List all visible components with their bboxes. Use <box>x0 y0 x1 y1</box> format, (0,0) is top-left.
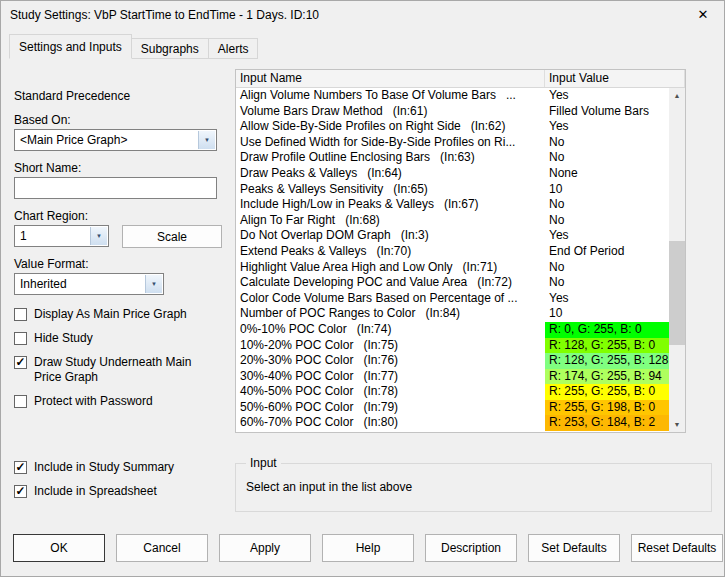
scroll-track[interactable] <box>669 103 685 417</box>
input-value-cell: Yes <box>545 291 669 307</box>
column-header-input-name[interactable]: Input Name <box>236 70 545 87</box>
input-value-cell: No <box>545 150 669 166</box>
ok-button[interactable]: OK <box>13 534 105 562</box>
input-row[interactable]: Use Defined Width for Side-By-Side Profi… <box>236 135 669 151</box>
inputs-scrollbar[interactable]: ▲ ▼ <box>669 88 685 432</box>
scroll-up-icon[interactable]: ▲ <box>669 88 685 103</box>
input-name-cell: Draw Peaks & Valleys (In:64) <box>236 166 545 182</box>
value-format-select[interactable]: Inherited ▼ <box>14 273 164 295</box>
input-value-cell: No <box>545 197 669 213</box>
scroll-down-icon[interactable]: ▼ <box>669 417 685 432</box>
chart-region-select[interactable]: 1 ▼ <box>14 225 109 247</box>
checkbox-include-in-study-summary[interactable]: ✓ <box>14 461 27 474</box>
checkbox-hide-study[interactable] <box>14 332 27 345</box>
input-row[interactable]: 20%-30% POC Color (In:76)R: 128, G: 255,… <box>236 353 669 369</box>
checkbox-label: Draw Study Underneath Main Price Graph <box>34 355 206 385</box>
inputs-list-header: Input Name Input Value <box>236 70 685 88</box>
apply-button[interactable]: Apply <box>219 534 311 562</box>
input-row[interactable]: Calculate Developing POC and Value Area … <box>236 275 669 291</box>
value-format-value: Inherited <box>20 277 67 291</box>
input-row[interactable]: Draw Peaks & Valleys (In:64)None <box>236 166 669 182</box>
input-value-cell: No <box>545 135 669 151</box>
input-row[interactable]: Highlight Value Area High and Low Only (… <box>236 260 669 276</box>
chart-region-row: 1 ▼ Scale <box>14 225 226 248</box>
set-defaults-button[interactable]: Set Defaults <box>528 534 620 562</box>
input-name-cell: Color Code Volume Bars Based on Percenta… <box>236 291 545 307</box>
input-value-cell: Yes <box>545 88 669 104</box>
checkbox-label: Display As Main Price Graph <box>34 307 187 322</box>
input-name-cell: Align To Far Right (In:68) <box>236 213 545 229</box>
scale-button[interactable]: Scale <box>122 225 222 248</box>
input-row[interactable]: Align Volume Numbers To Base Of Volume B… <box>236 88 669 104</box>
input-row[interactable]: Draw Profile Outline Enclosing Bars (In:… <box>236 150 669 166</box>
checkbox-row-include-in-spreadsheet[interactable]: ✓Include in Spreadsheet <box>14 484 226 499</box>
inputs-rows: Align Volume Numbers To Base Of Volume B… <box>236 88 669 432</box>
input-row[interactable]: Include High/Low in Peaks & Valleys (In:… <box>236 197 669 213</box>
input-value-cell: 10 <box>545 182 669 198</box>
input-row[interactable]: Align To Far Right (In:68)No <box>236 213 669 229</box>
description-button[interactable]: Description <box>425 534 517 562</box>
checkbox-label: Protect with Password <box>34 394 153 409</box>
settings-panel: Standard Precedence Based On: <Main Pric… <box>14 89 226 508</box>
input-value-cell: R: 128, G: 255, B: 0 <box>545 338 669 354</box>
tab-alerts[interactable]: Alerts <box>208 38 259 59</box>
chevron-down-icon[interactable]: ▼ <box>145 275 162 293</box>
input-name-cell: 60%-70% POC Color (In:80) <box>236 415 545 431</box>
checkbox-include-in-spreadsheet[interactable]: ✓ <box>14 485 27 498</box>
column-header-input-value[interactable]: Input Value <box>545 70 685 87</box>
input-row[interactable]: Do Not Overlap DOM Graph (In:3)Yes <box>236 228 669 244</box>
input-row[interactable]: Peaks & Valleys Sensitivity (In:65)10 <box>236 182 669 198</box>
input-value-cell: R: 0, G: 255, B: 0 <box>545 322 669 338</box>
display-checkbox-group: Display As Main Price GraphHide Study✓Dr… <box>14 307 226 409</box>
input-row[interactable]: Volume Bars Draw Method (In:61)Filled Vo… <box>236 104 669 120</box>
input-name-cell: Volume Bars Draw Method (In:61) <box>236 104 545 120</box>
short-name-label: Short Name: <box>14 161 226 175</box>
tab-subgraphs[interactable]: Subgraphs <box>131 38 209 59</box>
tab-settings-and-inputs[interactable]: Settings and Inputs <box>9 34 132 59</box>
input-row[interactable]: 0%-10% POC Color (In:74)R: 0, G: 255, B:… <box>236 322 669 338</box>
input-row[interactable]: 30%-40% POC Color (In:77)R: 174, G: 255,… <box>236 369 669 385</box>
titlebar: Study Settings: VbP StartTime to EndTime… <box>1 1 724 29</box>
input-name-cell: Highlight Value Area High and Low Only (… <box>236 260 545 276</box>
input-name-cell: 50%-60% POC Color (In:79) <box>236 400 545 416</box>
input-row[interactable]: 40%-50% POC Color (In:78)R: 255, G: 255,… <box>236 384 669 400</box>
input-row[interactable]: Color Code Volume Bars Based on Percenta… <box>236 291 669 307</box>
input-group-label: Input <box>246 456 281 470</box>
input-row[interactable]: Extend Peaks & Valleys (In:70)End Of Per… <box>236 244 669 260</box>
checkbox-row-protect-with-password[interactable]: Protect with Password <box>14 394 226 409</box>
input-value-cell: R: 255, G: 255, B: 0 <box>545 384 669 400</box>
input-value-cell: None <box>545 166 669 182</box>
input-value-cell: No <box>545 213 669 229</box>
input-row[interactable]: 60%-70% POC Color (In:80)R: 253, G: 184,… <box>236 415 669 431</box>
checkbox-row-draw-study-underneath-main-price-graph[interactable]: ✓Draw Study Underneath Main Price Graph <box>14 355 226 385</box>
input-row[interactable]: Number of POC Ranges to Color (In:84)10 <box>236 306 669 322</box>
input-row[interactable]: Allow Side-By-Side Profiles on Right Sid… <box>236 119 669 135</box>
input-name-cell: 0%-10% POC Color (In:74) <box>236 322 545 338</box>
input-name-cell: Calculate Developing POC and Value Area … <box>236 275 545 291</box>
checkbox-display-as-main-price-graph[interactable] <box>14 308 27 321</box>
reset-defaults-button[interactable]: Reset Defaults <box>631 534 723 562</box>
input-row[interactable]: 50%-60% POC Color (In:79)R: 255, G: 198,… <box>236 400 669 416</box>
input-name-cell: 10%-20% POC Color (In:75) <box>236 338 545 354</box>
short-name-input[interactable] <box>14 177 217 199</box>
input-row[interactable]: 10%-20% POC Color (In:75)R: 128, G: 255,… <box>236 338 669 354</box>
value-format-label: Value Format: <box>14 257 226 271</box>
checkbox-row-include-in-study-summary[interactable]: ✓Include in Study Summary <box>14 460 226 475</box>
chevron-down-icon[interactable]: ▼ <box>90 227 107 245</box>
cancel-button[interactable]: Cancel <box>116 534 208 562</box>
help-button[interactable]: Help <box>322 534 414 562</box>
input-name-cell: Align Volume Numbers To Base Of Volume B… <box>236 88 545 104</box>
checkbox-row-hide-study[interactable]: Hide Study <box>14 331 226 346</box>
checkbox-draw-study-underneath-main-price-graph[interactable]: ✓ <box>14 356 27 369</box>
checkbox-row-display-as-main-price-graph[interactable]: Display As Main Price Graph <box>14 307 226 322</box>
close-icon[interactable]: ✕ <box>682 1 724 28</box>
scroll-thumb[interactable] <box>669 241 685 345</box>
input-group-message: Select an input in the list above <box>246 480 701 494</box>
input-name-cell: 30%-40% POC Color (In:77) <box>236 369 545 385</box>
checkbox-protect-with-password[interactable] <box>14 395 27 408</box>
checkbox-label: Include in Study Summary <box>34 460 174 475</box>
based-on-select[interactable]: <Main Price Graph> ▼ <box>14 129 217 151</box>
inputs-list: Input Name Input Value Align Volume Numb… <box>235 69 686 433</box>
chevron-down-icon[interactable]: ▼ <box>198 131 215 149</box>
based-on-value: <Main Price Graph> <box>20 133 127 147</box>
